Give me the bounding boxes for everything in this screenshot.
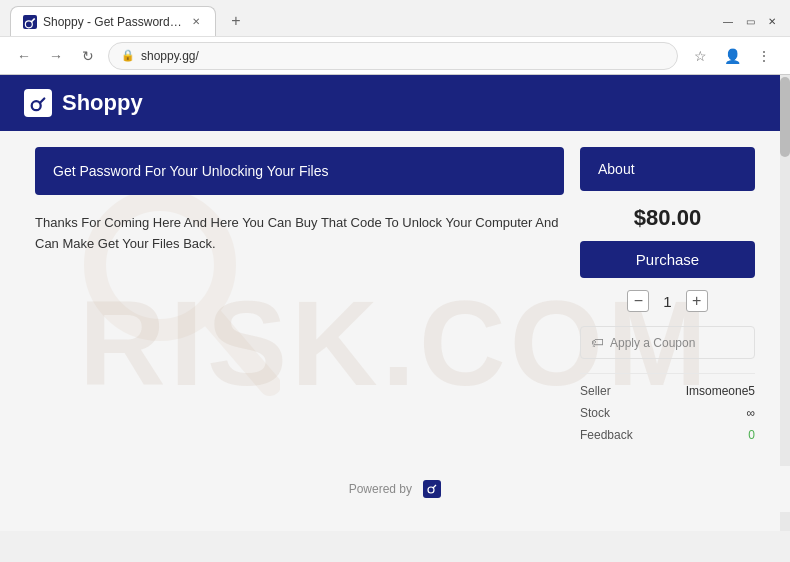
page-content: RISK.COM Shoppy Get Password For Your Un…: [0, 75, 790, 531]
shoppy-title: Shoppy: [62, 90, 143, 116]
shoppy-logo: [24, 89, 52, 117]
seller-label: Seller: [580, 384, 611, 398]
main-container: Get Password For Your Unlocking Your Fil…: [15, 131, 775, 466]
seller-value: Imsomeone5: [686, 384, 755, 398]
menu-button[interactable]: ⋮: [750, 42, 778, 70]
stock-value: ∞: [746, 406, 755, 420]
title-bar: Shoppy - Get Password For You... ✕ + — ▭…: [0, 0, 790, 36]
seller-row: Seller Imsomeone5: [580, 384, 755, 398]
bookmark-button[interactable]: ☆: [686, 42, 714, 70]
about-box: About: [580, 147, 755, 191]
feedback-value: 0: [748, 428, 755, 442]
shoppy-header: Shoppy: [0, 75, 790, 131]
about-label: About: [598, 161, 635, 177]
lock-icon: 🔒: [121, 49, 135, 62]
url-text: shoppy.gg/: [141, 49, 199, 63]
quantity-row: − 1 +: [580, 290, 755, 312]
feedback-row: Feedback 0: [580, 428, 755, 442]
price-display: $80.00: [580, 205, 755, 231]
address-bar-row: ← → ↻ 🔒 shoppy.gg/ ☆ 👤 ⋮: [0, 36, 790, 74]
restore-button[interactable]: ▭: [742, 13, 758, 29]
tab-close-button[interactable]: ✕: [189, 15, 203, 29]
tab-title: Shoppy - Get Password For You...: [43, 15, 183, 29]
powered-by-text: Powered by: [349, 482, 412, 496]
minimize-button[interactable]: —: [720, 13, 736, 29]
profile-button[interactable]: 👤: [718, 42, 746, 70]
new-tab-button[interactable]: +: [224, 9, 248, 33]
right-panel: About $80.00 Purchase − 1 + 🏷 Apply a Co…: [580, 147, 755, 450]
quantity-increase-button[interactable]: +: [686, 290, 708, 312]
product-title-box: Get Password For Your Unlocking Your Fil…: [35, 147, 564, 195]
tab-favicon: [23, 15, 37, 29]
active-tab[interactable]: Shoppy - Get Password For You... ✕: [10, 6, 216, 36]
svg-line-7: [433, 485, 436, 488]
svg-line-5: [40, 99, 45, 104]
forward-button[interactable]: →: [44, 44, 68, 68]
window-controls: — ▭ ✕: [720, 13, 780, 29]
product-title: Get Password For Your Unlocking Your Fil…: [53, 163, 328, 179]
back-button[interactable]: ←: [12, 44, 36, 68]
footer-shoppy-icon: [423, 480, 441, 498]
left-panel: Get Password For Your Unlocking Your Fil…: [35, 147, 564, 450]
feedback-label: Feedback: [580, 428, 633, 442]
divider: [580, 373, 755, 374]
svg-line-1: [31, 18, 35, 22]
close-button[interactable]: ✕: [764, 13, 780, 29]
quantity-decrease-button[interactable]: −: [627, 290, 649, 312]
stock-label: Stock: [580, 406, 610, 420]
browser-chrome: Shoppy - Get Password For You... ✕ + — ▭…: [0, 0, 790, 75]
product-description: Thanks For Coming Here And Here You Can …: [35, 209, 564, 259]
address-input[interactable]: 🔒 shoppy.gg/: [108, 42, 678, 70]
coupon-label: Apply a Coupon: [610, 336, 695, 350]
browser-actions: ☆ 👤 ⋮: [686, 42, 778, 70]
coupon-icon: 🏷: [591, 335, 604, 350]
coupon-row[interactable]: 🏷 Apply a Coupon: [580, 326, 755, 359]
page-footer: Powered by: [0, 466, 790, 512]
stock-row: Stock ∞: [580, 406, 755, 420]
footer-logo: Powered by: [349, 480, 442, 498]
purchase-button[interactable]: Purchase: [580, 241, 755, 278]
quantity-value: 1: [663, 293, 671, 310]
refresh-button[interactable]: ↻: [76, 44, 100, 68]
